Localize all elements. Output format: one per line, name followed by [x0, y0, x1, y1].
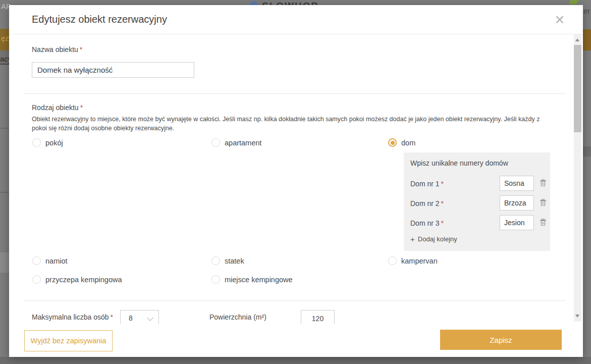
delete-house-2-button[interactable]: [538, 198, 548, 208]
panel-title: Wpisz unikalne numery domów: [410, 159, 508, 167]
radio-icon: [32, 256, 41, 265]
radio-option-kampervan[interactable]: kampervan: [388, 256, 438, 265]
required-asterisk: *: [80, 103, 83, 112]
close-button[interactable]: ✕: [551, 11, 569, 29]
radio-label: dom: [401, 139, 415, 147]
house-3-label: Dom nr 3*: [410, 219, 444, 227]
type-label-text: Rodzaj obiektu: [32, 103, 79, 112]
section-divider: [24, 300, 566, 301]
trash-icon: [540, 218, 547, 226]
logo-text: SLOWHOP: [262, 1, 318, 5]
house-1-label: Dom nr 1*: [410, 180, 444, 188]
name-label-text: Nazwa obiektu: [32, 45, 78, 54]
object-name-input[interactable]: [32, 62, 194, 78]
scrollbar-thumb[interactable]: [574, 45, 581, 132]
radio-label: namiot: [45, 257, 68, 265]
max-people-label: Maksymalna liczba osób*: [32, 313, 113, 321]
radio-icon: [32, 275, 41, 284]
radio-option-miejsce-kempingowe[interactable]: miejsce kempingowe: [211, 275, 293, 284]
required-asterisk: *: [441, 199, 444, 207]
background-tab-fragment: acy: [0, 50, 9, 65]
add-house-button[interactable]: + Dodaj kolejny: [410, 235, 457, 243]
name-label: Nazwa obiektu*: [32, 45, 82, 54]
required-asterisk: *: [111, 313, 113, 321]
logo-icon: [250, 1, 258, 5]
radio-icon: [32, 138, 41, 147]
house-2-input[interactable]: [500, 195, 534, 211]
radio-option-statek[interactable]: statek: [211, 256, 244, 265]
type-label: Rodzaj obiektu*: [32, 103, 83, 112]
edit-reservation-object-modal: Edytujesz obiekt rezerwacyjny ✕ Nazwa ob…: [9, 5, 583, 357]
radio-label: apartament: [225, 139, 261, 147]
section-divider: [24, 93, 566, 94]
exit-without-saving-button[interactable]: Wyjdź bez zapisywania: [24, 330, 113, 351]
scroll-down-icon[interactable]: [575, 315, 579, 318]
save-button[interactable]: Zapisz: [440, 330, 562, 350]
chevron-down-icon: [147, 315, 153, 321]
radio-option-pokoj[interactable]: pokój: [32, 138, 63, 147]
add-house-label: Dodaj kolejny: [418, 235, 457, 243]
radio-icon: [211, 275, 220, 284]
background-divider: [0, 128, 9, 129]
required-asterisk: *: [441, 180, 444, 188]
scroll-up-icon[interactable]: [575, 38, 579, 41]
modal-scrollbar[interactable]: [574, 34, 581, 322]
max-people-label-text: Maksymalna liczba osób: [32, 313, 109, 321]
radio-checked-icon: [388, 138, 397, 147]
radio-option-namiot[interactable]: namiot: [32, 256, 68, 265]
house-label-text: Dom nr 1: [410, 180, 440, 188]
radio-option-dom[interactable]: dom: [388, 138, 415, 147]
modal-header: Edytujesz obiekt rezerwacyjny ✕: [9, 5, 583, 34]
delete-house-3-button[interactable]: [538, 218, 548, 228]
trash-icon: [540, 198, 547, 206]
radio-label: kampervan: [401, 257, 438, 265]
max-people-value: 8: [129, 314, 133, 322]
slowhop-logo: SLOWHOP: [250, 0, 326, 5]
house-1-input[interactable]: [500, 176, 534, 191]
house-2-label: Dom nr 2*: [410, 199, 444, 207]
required-asterisk: *: [441, 219, 444, 227]
house-numbers-panel: Wpisz unikalne numery domów Dom nr 1* Do…: [404, 152, 550, 251]
close-icon: ✕: [555, 13, 565, 27]
type-description: Obiekt rezerwacyjny to miejsce, które mo…: [32, 115, 544, 133]
required-asterisk: *: [80, 45, 82, 54]
house-label-text: Dom nr 3: [410, 219, 440, 227]
background-gold-tab: [583, 29, 591, 50]
radio-icon: [211, 256, 220, 265]
radio-option-apartament[interactable]: apartament: [211, 138, 261, 147]
background-bottom-strip: [0, 357, 591, 364]
background-gold-tab: ęz: [0, 29, 9, 50]
radio-label: statek: [225, 257, 244, 265]
radio-label: pokój: [45, 139, 63, 147]
background-text-fragment: er: [583, 7, 590, 15]
house-3-input[interactable]: [500, 215, 534, 230]
area-label: Powierzchnia (m²): [209, 313, 266, 321]
background-band: [583, 146, 591, 157]
plus-icon: +: [410, 235, 415, 243]
trash-icon: [540, 179, 547, 187]
radio-label: miejsce kempingowe: [225, 276, 293, 284]
modal-footer: Wyjdź bez zapisywania Zapisz: [9, 324, 583, 357]
radio-icon: [388, 256, 397, 265]
delete-house-1-button[interactable]: [538, 178, 548, 188]
radio-option-przyczepa-kempingowa[interactable]: przyczepa kempingowa: [32, 275, 122, 284]
modal-title: Edytujesz obiekt rezerwacyjny: [32, 14, 167, 25]
background-divider: [0, 192, 9, 193]
radio-icon: [211, 138, 220, 147]
background-band: [0, 252, 9, 273]
radio-label: przyczepa kempingowa: [45, 276, 122, 284]
house-label-text: Dom nr 2: [410, 199, 440, 207]
